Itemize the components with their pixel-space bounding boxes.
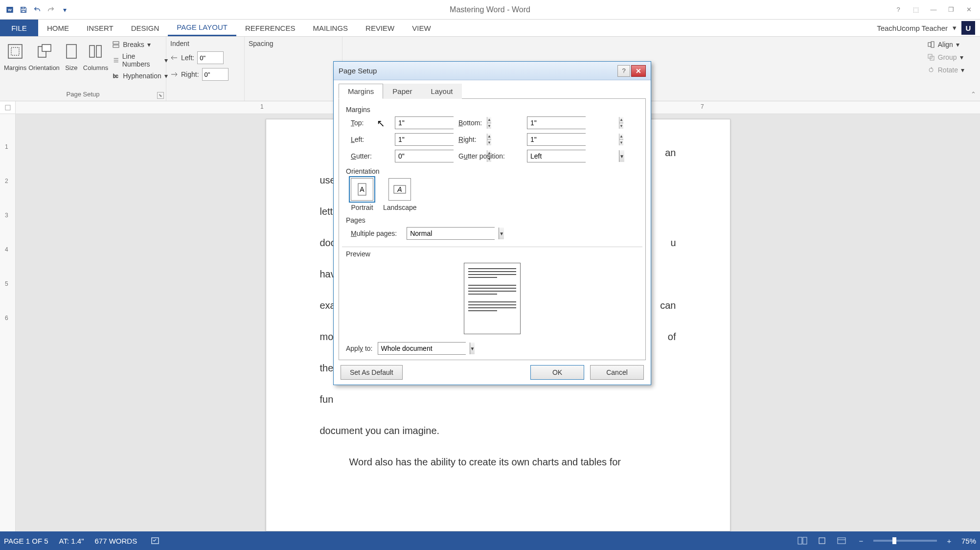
help-icon[interactable]: ? <box>891 4 906 16</box>
ruler-corner[interactable] <box>0 101 16 114</box>
svg-rect-11 <box>113 42 119 44</box>
group-label-page-setup: Page Setup <box>4 91 162 99</box>
page-setup-launcher[interactable]: ⬊ <box>157 92 164 99</box>
tab-page-layout[interactable]: PAGE LAYOUT <box>168 20 236 36</box>
ribbon-options-icon[interactable]: ⬚ <box>909 4 923 16</box>
tab-design[interactable]: DESIGN <box>122 20 168 36</box>
svg-rect-9 <box>90 46 94 57</box>
svg-text:W: W <box>8 7 12 12</box>
indent-right-row: Right: <box>170 67 228 82</box>
svg-rect-10 <box>96 46 101 57</box>
tab-home[interactable]: HOME <box>38 20 78 36</box>
svg-rect-17 <box>928 43 931 46</box>
dialog-titlebar[interactable]: Page Setup ? ✕ <box>334 62 651 80</box>
group-spacing: Spacing <box>245 37 342 101</box>
group-indent: Indent Left: Right: <box>166 37 245 101</box>
svg-rect-8 <box>67 45 76 58</box>
svg-rect-12 <box>113 45 119 47</box>
page-setup-dialog: Page Setup ? ✕ Margins Paper Layout Marg… <box>333 61 651 114</box>
user-name: TeachUcomp Teacher <box>877 24 948 32</box>
dialog-tabs: Margins Paper Layout <box>339 83 646 99</box>
user-badge: U <box>961 21 975 35</box>
tab-insert[interactable]: INSERT <box>78 20 122 36</box>
word-icon[interactable]: W <box>4 4 16 16</box>
dialog-close-button[interactable]: ✕ <box>631 65 646 77</box>
line-numbers-button[interactable]: Line Numbers ▾ <box>110 51 170 69</box>
dialog-title: Page Setup <box>339 67 377 75</box>
svg-rect-7 <box>42 45 51 51</box>
orientation-button[interactable]: Orientation <box>28 39 60 71</box>
indent-left-icon <box>170 54 178 62</box>
svg-rect-21 <box>5 105 10 110</box>
orientation-icon <box>34 41 54 62</box>
size-icon <box>62 41 81 62</box>
window-title: Mastering Word - Word <box>450 5 530 14</box>
titlebar: W ▾ Mastering Word - Word ? ⬚ — ❐ ✕ <box>0 0 980 20</box>
dialog-tab-paper[interactable]: Paper <box>383 84 421 99</box>
margins-icon <box>5 41 25 62</box>
columns-icon <box>86 41 105 62</box>
svg-text:bc: bc <box>113 73 118 79</box>
tab-file[interactable]: FILE <box>0 20 38 36</box>
quick-access-toolbar: W ▾ <box>0 4 74 16</box>
redo-icon[interactable] <box>45 4 57 16</box>
ribbon-tabs: FILE HOME INSERT DESIGN PAGE LAYOUT REFE… <box>0 20 980 37</box>
indent-heading: Indent <box>170 39 189 48</box>
svg-rect-4 <box>8 45 22 58</box>
customize-qat-icon[interactable]: ▾ <box>59 4 70 16</box>
window-controls: ? ⬚ — ❐ ✕ <box>891 4 980 16</box>
undo-icon[interactable] <box>31 4 43 16</box>
align-button[interactable]: Align ▾ <box>925 40 966 49</box>
group-button[interactable]: Group ▾ <box>925 52 966 62</box>
tab-mailings[interactable]: MAILINGS <box>304 20 357 36</box>
indent-right-input[interactable] <box>202 68 228 81</box>
user-area[interactable]: TeachUcomp Teacher ▾ U <box>877 20 980 36</box>
section-margins: Margins <box>346 106 638 114</box>
rotate-button[interactable]: Rotate ▾ <box>925 65 966 75</box>
margins-button[interactable]: Margins <box>4 39 26 71</box>
indent-right-icon <box>170 70 178 78</box>
tab-references[interactable]: REFERENCES <box>236 20 304 36</box>
size-button[interactable]: Size <box>62 39 81 71</box>
spacing-heading: Spacing <box>249 39 273 48</box>
group-page-setup: Margins Orientation Size Columns Breaks … <box>0 37 166 101</box>
breaks-button[interactable]: Breaks ▾ <box>110 40 170 49</box>
dialog-tab-margins[interactable]: Margins <box>339 84 383 99</box>
dialog-tab-layout[interactable]: Layout <box>421 84 462 99</box>
save-icon[interactable] <box>18 4 29 16</box>
indent-left-input[interactable] <box>197 51 224 64</box>
columns-button[interactable]: Columns <box>83 39 108 71</box>
indent-left-row: Left: <box>170 50 224 65</box>
minimize-icon[interactable]: — <box>926 4 941 16</box>
hyphenation-button[interactable]: bcHyphenation ▾ <box>110 71 170 81</box>
svg-rect-3 <box>22 10 25 12</box>
svg-rect-18 <box>931 42 934 47</box>
dialog-help-button[interactable]: ? <box>617 65 630 77</box>
restore-icon[interactable]: ❐ <box>944 4 958 16</box>
svg-rect-5 <box>11 47 19 55</box>
tab-review[interactable]: REVIEW <box>357 20 403 36</box>
close-window-icon[interactable]: ✕ <box>961 4 976 16</box>
tab-view[interactable]: VIEW <box>403 20 439 36</box>
collapse-ribbon-icon[interactable]: ⌃ <box>971 91 976 98</box>
svg-rect-2 <box>22 7 24 8</box>
